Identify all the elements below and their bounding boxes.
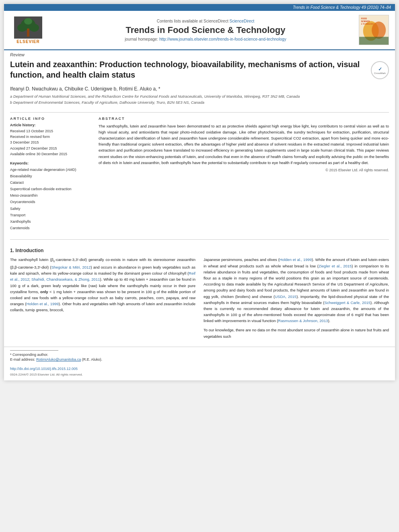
history-label: Article history: [10, 123, 90, 127]
ref-usda[interactable]: USDA, 2015 [275, 294, 296, 299]
ref-shegokar[interactable]: Shegokar & Mitri, 2012 [51, 265, 90, 269]
intro-body-columns: The xanthophyll lutein (βε-carotene-3,3′… [10, 257, 389, 342]
science-direct-link[interactable]: ScienceDirect [229, 19, 254, 23]
doi-link[interactable]: http://dx.doi.org/10.1016/j.tifs.2015.12… [10, 367, 78, 371]
ref-ziegler[interactable]: Ziegler et al., 2015 [319, 264, 352, 268]
header-body-divider [10, 112, 389, 113]
intro-left-para-1: The xanthophyll lutein (βε-carotene-3,3′… [10, 257, 195, 313]
keyword-1: Age-related macular degeneration (AMD) [10, 166, 90, 173]
intro-heading: 1. Introduction [10, 248, 389, 253]
svg-point-2 [17, 24, 27, 32]
journal-header: ELSEVIER Contents lists available at Sci… [4, 11, 395, 49]
article-info-column: ARTICLE INFO Article history: Received 1… [10, 117, 90, 232]
article-type-label: Review [4, 49, 395, 57]
doi-section: http://dx.doi.org/10.1016/j.tifs.2015.12… [4, 365, 395, 373]
journal-title: Trends in Food Science & Technology [52, 25, 359, 35]
footnotes-section: * Corresponding author. E-mail address: … [4, 347, 395, 365]
footnote-line [10, 350, 58, 351]
email-link[interactable]: RotimiAluko@umanitoba.ca [36, 357, 81, 362]
keyword-4: Supercritical carbon-dioxide extraction [10, 186, 90, 192]
article-info-heading: ARTICLE INFO [10, 117, 90, 121]
article-info-abstract: ARTICLE INFO Article history: Received 1… [4, 117, 395, 236]
keyword-2: Bioavailability [10, 173, 90, 179]
crossmark-badge: ✓ CrossMark [371, 61, 389, 79]
affiliation-b: b Department of Environmental Sciences, … [10, 100, 389, 105]
journal-reference-bar: Trends in Food Science & Technology 49 (… [4, 4, 395, 11]
journal-thumbnail: FOOD SCIENCE & TECHNOLOGY [359, 15, 389, 45]
keyword-9: Xanthophylls [10, 218, 90, 225]
keyword-6: Oxycarotenoids [10, 199, 90, 205]
ref-holden1[interactable]: Holden et al., 1999 [26, 302, 58, 306]
introduction-section: 1. Introduction The xanthophyll lutein (… [4, 244, 395, 346]
journal-reference: Trends in Food Science & Technology 49 (… [293, 5, 391, 10]
svg-text:FOOD: FOOD [361, 18, 367, 20]
keywords-list: Age-related macular degeneration (AMD) B… [10, 166, 90, 232]
svg-point-8 [372, 22, 386, 39]
abstract-heading: ABSTRACT [99, 117, 389, 121]
authors-section: Ifeanyi D. Nwachukwu a, Chibuike C. Uden… [4, 84, 395, 108]
abstract-column: ABSTRACT The xanthophylls, lutein and ze… [99, 117, 389, 232]
journal-center-header: Contents lists available at ScienceDirec… [52, 19, 359, 41]
authors-line: Ifeanyi D. Nwachukwu a, Chibuike C. Uden… [10, 86, 389, 92]
svg-point-5 [24, 18, 32, 25]
abstract-body-divider [10, 239, 389, 240]
article-title-section: Lutein and zeaxanthin: Production techno… [4, 57, 395, 84]
article-title: Lutein and zeaxanthin: Production techno… [10, 59, 363, 80]
ref-schweiggert[interactable]: Schweiggert & Carle, 2015 [324, 300, 370, 305]
homepage-url[interactable]: http://www.journals.elsevier.com/trends-… [159, 37, 286, 41]
intro-right-para-1: Japanese persimmons, peaches and olives … [204, 257, 389, 324]
science-direct-notice: Contents lists available at ScienceDirec… [52, 19, 359, 23]
homepage-reference: journal homepage: http://www.journals.el… [52, 37, 359, 41]
article-page: Trends in Food Science & Technology 49 (… [4, 4, 395, 380]
keywords-label: Keywords: [10, 161, 90, 165]
svg-point-3 [29, 24, 39, 32]
intro-right-column: Japanese persimmons, peaches and olives … [204, 257, 389, 342]
footer-copyright: 0924-2244/© 2015 Elsevier Ltd. All right… [4, 373, 395, 380]
elsevier-logo: ELSEVIER [10, 16, 46, 44]
intro-left-column: The xanthophyll lutein (βε-carotene-3,3′… [10, 257, 195, 342]
keyword-10: Carotenoids [10, 225, 90, 231]
keyword-8: Transport [10, 212, 90, 218]
svg-text:SCIENCE: SCIENCE [361, 21, 370, 23]
elsevier-tree-image [14, 16, 42, 39]
ref-shahidi[interactable]: Shahidi, Chandrasekara, & Zhong, 2011 [31, 277, 100, 281]
svg-rect-9 [359, 37, 389, 45]
svg-rect-4 [27, 29, 29, 37]
intro-right-para-2: To our knowledge, there are no data on t… [204, 327, 389, 339]
keyword-3: Cataract [10, 179, 90, 186]
svg-text:& TECHNOLOGY: & TECHNOLOGY [361, 23, 374, 25]
ref-holden2[interactable]: Holden et al., 1999 [280, 257, 312, 262]
article-dates: Received 13 October 2015 Received in rev… [10, 128, 90, 157]
email-note: E-mail address: RotimiAluko@umanitoba.ca… [10, 357, 389, 362]
copyright-notice: © 2015 Elsevier Ltd. All rights reserved… [99, 168, 389, 172]
keyword-7: Safety [10, 205, 90, 212]
ref-rasmussen[interactable]: Rasmussen & Johnson, 2013 [278, 318, 328, 323]
corresponding-author-note: * Corresponding author. [10, 353, 389, 357]
keyword-5: Meso-zeaxanthin [10, 192, 90, 199]
affiliation-a: a Department of Human Nutritional Scienc… [10, 94, 389, 99]
elsevier-brand-name: ELSEVIER [16, 39, 39, 44]
abstract-text: The xanthophylls, lutein and zeaxanthin … [99, 123, 389, 166]
